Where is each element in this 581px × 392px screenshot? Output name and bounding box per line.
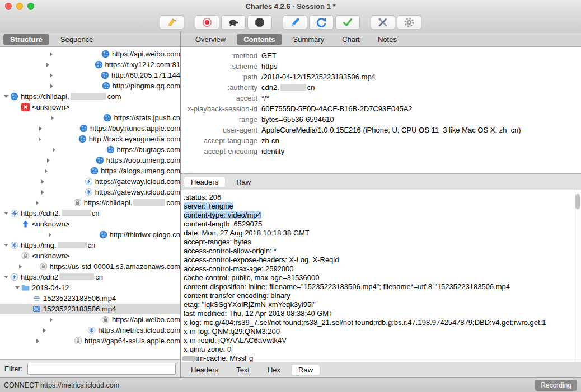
response-view-tab-raw[interactable]: Raw <box>292 365 320 375</box>
tree-row[interactable]: 2018-04-12 <box>0 282 180 293</box>
broom-icon <box>166 17 177 28</box>
chevron-down-icon[interactable] <box>2 272 10 282</box>
chevron-right-icon[interactable] <box>2 197 73 208</box>
tree-row[interactable]: https://stats.jpush.cn <box>0 112 180 123</box>
chevron-right-icon[interactable] <box>2 176 84 187</box>
lock-icon <box>21 252 30 260</box>
broom-button[interactable] <box>160 15 184 30</box>
tree-row[interactable]: <unknown> <box>0 102 180 112</box>
response-view-tab-text[interactable]: Text <box>229 365 256 375</box>
response-line: last-modified: Thu, 12 Apr 2018 08:38:40… <box>184 309 572 318</box>
tree-row[interactable]: http://track.eyangmedia.com <box>0 134 180 144</box>
vertical-scrollbar[interactable] <box>574 190 581 362</box>
chevron-right-icon[interactable] <box>2 59 94 70</box>
tree-row[interactable]: https://buy.itunes.apple.com <box>0 123 180 134</box>
toolbar-group <box>160 15 184 30</box>
chevron-right-icon[interactable] <box>2 134 78 144</box>
tree-row[interactable]: https://childapi.com <box>0 91 180 102</box>
repeat-button[interactable] <box>309 15 334 30</box>
recording-badge: Recording <box>535 380 577 391</box>
chevron-right-icon[interactable] <box>2 336 73 346</box>
tree-row[interactable]: <unknown> <box>0 219 180 229</box>
zoom-button[interactable] <box>27 3 34 10</box>
redacted-text <box>58 242 87 248</box>
tree-label: https://us-std-00001.s3.amazonaws.com <box>50 262 180 271</box>
vertical-scrollbar-thumb[interactable] <box>575 194 580 209</box>
request-header-value: bytes=65536-6594610 <box>261 115 334 124</box>
tree-row[interactable]: 15235223183506.mp4 <box>0 304 180 314</box>
tab-structure[interactable]: Structure <box>3 34 49 45</box>
response-line: etag: "lqkSSgYXoIRjZmN-xmYeqk3yl95l" <box>184 300 572 309</box>
tree-label: http://track.eyangmedia.com <box>89 135 180 143</box>
tree-row[interactable]: https://api.weibo.com <box>0 314 180 325</box>
minimize-button[interactable] <box>16 3 23 10</box>
chevron-right-icon[interactable] <box>2 187 84 197</box>
tab-sequence[interactable]: Sequence <box>54 34 100 45</box>
chevron-spacer <box>13 102 21 112</box>
chevron-down-icon[interactable] <box>2 208 10 219</box>
horizontal-scrollbar-thumb[interactable] <box>182 356 197 361</box>
tab-chart[interactable]: Chart <box>335 34 367 45</box>
tree-row[interactable]: https://cdn2.cn <box>0 208 180 219</box>
response-view-tab-headers[interactable]: Headers <box>184 365 225 375</box>
chevron-right-icon[interactable] <box>2 70 100 81</box>
tree-row[interactable]: http://pingma.qq.com <box>0 81 180 91</box>
tree-row[interactable]: https://img.cn <box>0 240 180 251</box>
response-view-tab-hex[interactable]: Hex <box>261 365 287 375</box>
tree-label: https://alogs.umeng.com <box>101 167 180 175</box>
chevron-right-icon[interactable] <box>2 123 79 134</box>
chevron-right-icon[interactable] <box>2 314 101 325</box>
chevron-right-icon[interactable] <box>2 112 102 123</box>
tab-notes[interactable]: Notes <box>371 34 404 45</box>
tree-row[interactable]: https://api.weibo.com <box>0 49 180 59</box>
turtle-button[interactable] <box>221 15 246 30</box>
chevron-right-icon[interactable] <box>2 155 95 166</box>
tree-row[interactable]: https://metrics.icloud.com <box>0 325 180 336</box>
request-header-row: :authoritycdn2.cn <box>181 82 581 93</box>
tab-summary[interactable]: Summary <box>287 34 331 45</box>
chevron-down-icon[interactable] <box>13 282 21 293</box>
tree-row[interactable]: https://gateway.icloud.com <box>0 187 180 197</box>
chevron-right-icon[interactable] <box>2 166 90 176</box>
tools-button[interactable] <box>371 15 395 30</box>
compose-button[interactable] <box>283 15 307 30</box>
chevron-right-icon[interactable] <box>2 49 101 59</box>
response-tab-raw[interactable]: Raw <box>229 177 257 187</box>
tree-row[interactable]: https://us-std-00001.s3.amazonaws.com <box>0 261 180 272</box>
tree-row[interactable]: https://alogs.umeng.com <box>0 166 180 176</box>
tree-row[interactable]: https://uop.umeng.com <box>0 155 180 166</box>
lock-icon <box>101 315 110 324</box>
tab-overview[interactable]: Overview <box>189 34 232 45</box>
chevron-right-icon[interactable] <box>2 325 87 336</box>
tree-row[interactable]: http://thirdwx.qlogo.cn <box>0 229 180 240</box>
film-icon <box>32 305 41 313</box>
settings-button[interactable] <box>397 15 421 30</box>
response-tab-headers[interactable]: Headers <box>184 177 225 187</box>
tree-row[interactable]: https://gsp64-ssl.ls.apple.com <box>0 336 180 346</box>
globe-icon <box>10 92 18 101</box>
tree-row[interactable]: https://childapi.com <box>0 197 180 208</box>
chevron-right-icon[interactable] <box>2 229 99 240</box>
chevron-right-icon[interactable] <box>2 81 101 91</box>
tree-label: https://cdn2.cn <box>21 209 100 218</box>
chevron-right-icon[interactable] <box>2 261 39 272</box>
request-header-row: :methodGET <box>181 50 581 61</box>
tab-contents[interactable]: Contents <box>237 34 282 45</box>
breakpoint-button[interactable] <box>247 15 272 30</box>
tree-row[interactable]: https://t.xy1212.com:81 <box>0 59 180 70</box>
chevron-down-icon[interactable] <box>2 91 10 102</box>
close-button[interactable] <box>5 3 12 10</box>
tree-row[interactable]: https://bugtags.com <box>0 144 180 155</box>
filter-input[interactable] <box>27 363 176 375</box>
tree-row[interactable]: 15235223183506.mp4 <box>0 293 180 304</box>
tree-row[interactable]: <unknown> <box>0 251 180 261</box>
chevron-down-icon[interactable] <box>2 240 10 251</box>
record-button[interactable] <box>195 15 219 30</box>
validate-button[interactable] <box>335 15 360 30</box>
tree-row[interactable]: http://60.205.171.144 <box>0 70 180 81</box>
chevron-right-icon[interactable] <box>2 144 106 155</box>
request-header-row: accept-languagezh-cn <box>181 135 581 146</box>
tree-row[interactable]: https://gateway.icloud.com <box>0 176 180 187</box>
tree-row[interactable]: https://cdn2cn <box>0 272 180 282</box>
request-header-row: rangebytes=65536-6594610 <box>181 114 581 125</box>
